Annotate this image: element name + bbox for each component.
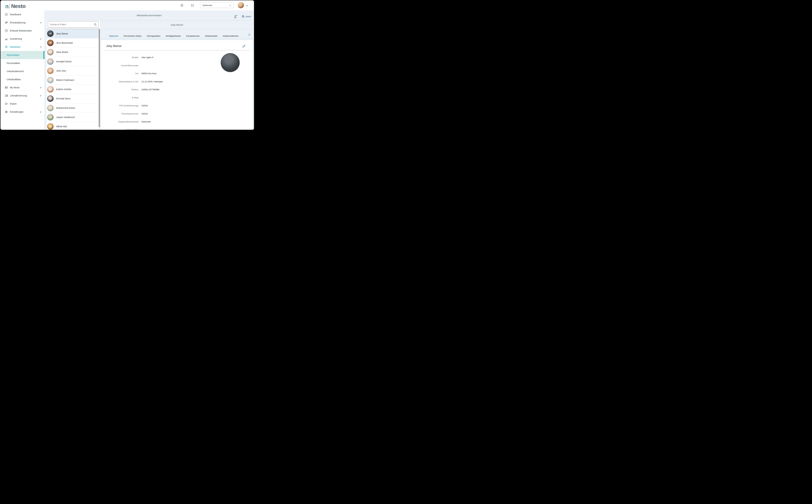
list-item[interactable]: MG Muhammed Green	[46, 103, 100, 113]
sidebar-subitem-personalakte[interactable]: Personalakte	[0, 59, 44, 67]
import-label: Import	[246, 15, 251, 18]
avatar: JD	[47, 68, 54, 74]
notifications-bell-icon[interactable]	[180, 4, 184, 7]
field-value: 90503 Ost Kimi	[141, 72, 156, 75]
add-employee-icon[interactable]	[234, 14, 238, 19]
list-item[interactable]: KG Kathrin Gehrke	[46, 85, 100, 94]
list-item[interactable]: AD Annabel Diezel	[46, 57, 100, 66]
avatar: JH	[47, 114, 54, 120]
avatar: SB	[47, 49, 54, 55]
field-row-geburtsdatum: Geburtsdatum & Ort: 21.12.2003, Harlinge…	[103, 78, 217, 86]
tabs-overflow-chevron-icon[interactable]	[248, 33, 251, 36]
tab-arbeitszeitkonto[interactable]: Arbeitszeitkonto	[223, 35, 238, 37]
dashboard-icon	[5, 13, 8, 16]
sidebar: n Nesto Dashboard Einsatzplanung	[0, 0, 44, 130]
search-icon[interactable]	[94, 23, 97, 26]
chevron-down-icon	[40, 87, 42, 89]
field-label: Straße:	[103, 56, 139, 59]
fullscreen-icon[interactable]	[191, 4, 194, 7]
field-row-telefon: Telefon: (0459) 437765986	[103, 86, 217, 94]
field-row-pin: PIN (Zeiterfassung): 10018	[103, 102, 217, 110]
import-button[interactable]: Import	[241, 15, 251, 19]
user-avatar[interactable]	[238, 2, 244, 8]
chevron-down-icon	[40, 111, 42, 113]
avatar: EG	[47, 95, 54, 102]
topbar: Karlsruhe	[44, 0, 254, 10]
people-icon	[5, 45, 8, 49]
list-item[interactable]: AH Alfred Holl	[46, 122, 100, 130]
list-item[interactable]: JB Jens Baumeister	[46, 38, 100, 48]
tabbar-bottom-line	[101, 39, 253, 39]
id-badge-icon	[5, 86, 8, 89]
employee-name: John Doe	[56, 69, 66, 72]
sidebar-subitem-label: Personalakte	[7, 62, 20, 64]
sidebar-item-erfasste-arbeitszeiten[interactable]: Erfasste Arbeitszeiten	[0, 27, 44, 35]
sidebar-item-my-nesto[interactable]: My Nesto	[0, 83, 44, 92]
location-selector[interactable]: Karlsruhe	[200, 2, 234, 8]
sidebar-item-mitarbeiter[interactable]: Mitarbeiter	[0, 43, 44, 51]
logo-divider	[10, 4, 10, 9]
sidebar-subitem-label: Urlaubsübersicht	[7, 70, 24, 73]
sidebar-subitem-label: Stammdaten	[7, 54, 19, 56]
sidebar-subitem-stammdaten[interactable]: Stammdaten	[0, 51, 44, 59]
search-input[interactable]	[50, 23, 94, 26]
field-value: Alia Lights 9	[141, 56, 153, 59]
list-item[interactable]: SB Stina Bickel	[46, 48, 100, 57]
tab-arbeitszeiten[interactable]: Arbeitszeiten	[205, 35, 218, 37]
sidebar-item-dashboard[interactable]: Dashboard	[0, 10, 44, 19]
field-row-ort: Ort: 90503 Ost Kimi	[103, 69, 217, 78]
sidebar-subitem-urlaubsuebersicht[interactable]: Urlaubsübersicht	[0, 67, 44, 75]
field-label: Personalnummer:	[103, 113, 139, 115]
list-item[interactable]: MF Melvin Friedmann	[46, 76, 100, 85]
edit-pencil-icon[interactable]	[242, 44, 246, 48]
tab-vertragsdaten[interactable]: Vertragsdaten	[147, 35, 160, 37]
employee-name: Melvin Friedmann	[56, 79, 74, 81]
sidebar-nav: Dashboard Einsatzplanung Erfasste Arbeit…	[0, 10, 44, 116]
page-title: Mitarbeiterstammdaten	[44, 10, 254, 20]
employee-name: Alfred Holl	[56, 125, 67, 128]
avatar: MG	[47, 105, 54, 111]
sidebar-item-label: Erfasste Arbeitszeiten	[10, 29, 32, 32]
sidebar-item-lohnabrechnung[interactable]: Lohnabrechnung	[0, 92, 44, 100]
chevron-up-icon	[40, 46, 42, 48]
tab-allgemein[interactable]: Allgemein	[109, 35, 118, 37]
sidebar-item-label: Einsatzplanung	[10, 21, 25, 24]
employee-name: Muhammed Green	[56, 107, 75, 109]
chevron-down-icon	[40, 22, 42, 24]
sidebar-subitem-urlaubsabbau[interactable]: Urlaubsabbau	[0, 75, 44, 83]
field-label: PIN (Zeiterfassung):	[103, 104, 139, 107]
list-item[interactable]: JB Joey Banse	[46, 29, 100, 38]
sidebar-item-export[interactable]: Export	[0, 100, 44, 108]
search-box	[48, 21, 99, 28]
field-value: 10018	[141, 113, 148, 115]
chevron-down-icon	[229, 4, 231, 6]
search-panel	[46, 20, 100, 29]
list-item[interactable]: EG Emmely Gens	[46, 94, 100, 103]
card-heading: Joey Banse	[106, 44, 121, 48]
employee-list: JB Joey Banse JB Jens Baumeister SB Stin…	[46, 29, 100, 130]
field-row-strasse: Straße: Alia Lights 9	[103, 53, 217, 62]
list-scrollbar-thumb[interactable]	[99, 29, 100, 127]
user-menu-chevron-icon[interactable]	[245, 4, 248, 7]
list-item[interactable]: JD John Doe	[46, 66, 100, 76]
list-scrollbar	[99, 29, 100, 130]
field-value: 21.12.2003, Harlingen	[141, 80, 163, 83]
employee-name: Stina Bickel	[56, 51, 68, 53]
list-item[interactable]: JH Jasper Hackbusch	[46, 113, 100, 122]
import-people-icon	[241, 15, 245, 19]
planning-icon	[5, 21, 8, 24]
chevron-down-icon	[40, 95, 42, 97]
sidebar-item-auswertung[interactable]: Auswertung	[0, 35, 44, 43]
sidebar-item-label: Auswertung	[10, 38, 22, 40]
tab-persoenliche-daten[interactable]: Persönliche Daten	[124, 35, 141, 37]
screenshot-frame: n Nesto Dashboard Einsatzplanung	[0, 0, 255, 131]
bar-chart-icon	[5, 37, 8, 40]
field-value: 10018	[141, 104, 148, 107]
nesto-logo: n Nesto	[5, 3, 26, 10]
field-row-organisationseinheit: Organisationseinheit: Karlsruhe	[103, 118, 217, 126]
tab-verfuegbarkeiten[interactable]: Verfügbarkeiten	[166, 35, 181, 37]
sidebar-item-einstellungen[interactable]: Einstellungen	[0, 108, 44, 116]
tab-kompetenzen[interactable]: Kompetenzen	[186, 35, 200, 37]
field-label: E-Mail:	[103, 96, 139, 99]
sidebar-item-einsatzplanung[interactable]: Einsatzplanung	[0, 19, 44, 27]
